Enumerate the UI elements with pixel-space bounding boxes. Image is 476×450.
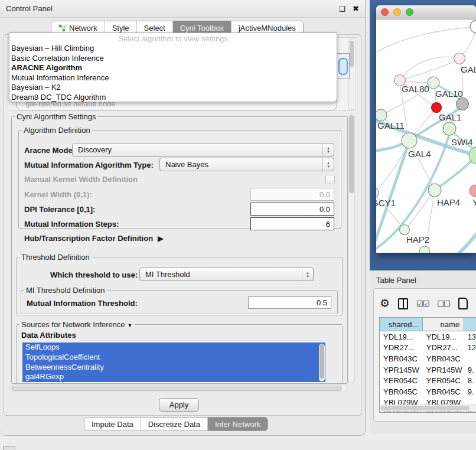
network-edge[interactable] — [400, 58, 459, 80]
node-label: HAP2 — [406, 234, 429, 244]
attribute-item[interactable]: gal4RGexp — [22, 372, 325, 382]
which-threshold-value: MI Threshold — [140, 270, 302, 279]
network-node[interactable] — [428, 77, 439, 89]
attribute-item[interactable]: TopologicalCoefficient — [22, 353, 325, 363]
node-label: GAL80 — [402, 84, 429, 94]
table-cell: YDR27... — [380, 343, 423, 354]
network-view-window[interactable]: GALGAL80GAL10GAL1GAL11GAL4SWI4HAP4YGCY1H… — [376, 5, 476, 253]
minimize-light[interactable] — [393, 8, 401, 16]
which-threshold-label: Which threshold to use: — [50, 270, 138, 279]
node-label: GAL10 — [435, 89, 463, 99]
dpi-tolerance-field[interactable]: 0.0 — [250, 203, 334, 216]
mi-steps-field[interactable]: 6 — [250, 217, 334, 230]
table-row[interactable]: YDR27...YDR27...12 — [380, 343, 476, 354]
network-edge[interactable] — [459, 226, 476, 253]
network-node[interactable] — [470, 20, 476, 33]
node-label: GAL11 — [377, 120, 405, 131]
close-window-icon[interactable]: ✖ — [353, 4, 359, 13]
table-row[interactable]: YER054CYER054C8. — [380, 375, 476, 386]
kernel-width-field: 0.0 — [250, 188, 334, 201]
table-horizontal-scrollbar[interactable] — [380, 405, 476, 412]
network-node[interactable] — [400, 225, 410, 235]
algorithm-option[interactable]: Basic Correlation Inference — [9, 54, 337, 64]
cyni-tab-discretize-data[interactable]: Discretize Data — [141, 418, 208, 431]
cyni-algorithm-settings-legend: Cyni Algorithm Settings — [15, 112, 97, 121]
network-edge[interactable] — [376, 27, 476, 53]
algorithm-option[interactable]: Mutual Information Inference — [9, 73, 337, 83]
cyni-bottom-tabbar: Impute DataDiscretize DataInfer Network — [84, 417, 268, 431]
sources-legend[interactable]: Sources for Network Inference▼ — [19, 320, 135, 329]
which-threshold-combo[interactable]: MI Threshold ▴▾ — [139, 268, 314, 281]
attribute-item[interactable]: SelfLoops — [22, 343, 325, 353]
aracne-mode-combo[interactable]: Discovery ▴▾ — [72, 143, 334, 156]
algorithm-option[interactable]: ARACNE Algorithm — [9, 63, 337, 73]
mi-algorithm-type-combo[interactable]: Naive Bayes ▴▾ — [159, 158, 334, 171]
combo-focus-ring — [338, 58, 348, 75]
table-row[interactable]: YDL19...YDL19...13 — [380, 331, 476, 343]
table-cell: 9. — [464, 386, 476, 397]
threshold-definition-legend: Threshold Definition — [19, 253, 92, 262]
tab-label: jActiveMNodules — [239, 24, 296, 32]
network-window-titlebar[interactable] — [376, 5, 476, 19]
network-node[interactable] — [376, 109, 387, 121]
combo-arrows-icon: ▴▾ — [322, 144, 334, 156]
algorithm-option[interactable]: Dream8 DC_TDC Algorithm — [9, 93, 337, 103]
mi-algorithm-type-label: Mutual Information Algorithm Type: — [24, 161, 154, 169]
cyni-tab-label: Discretize Data — [148, 420, 200, 429]
attributes-scrollbar[interactable] — [319, 344, 325, 381]
document-icon[interactable] — [458, 298, 468, 309]
network-node[interactable] — [402, 133, 417, 148]
column-header[interactable] — [464, 318, 476, 331]
zoom-light[interactable] — [406, 8, 413, 16]
network-node[interactable] — [428, 184, 441, 197]
table-row[interactable]: YBR043CYBR043C — [380, 353, 476, 364]
control-panel-title: Control Panel — [6, 4, 332, 13]
network-edge[interactable] — [409, 141, 435, 190]
table-row[interactable]: YBR045CYBR045C9. — [380, 386, 476, 397]
table-panel: Table Panel ⚙☑☑☐☐ shared...nameYDL19...Y… — [370, 270, 476, 433]
hub-definition-toggle[interactable]: Hub/Transcription Factor Definition ▶ — [24, 234, 163, 243]
kernel-width-value: 0.0 — [319, 190, 330, 199]
select-all-icon[interactable]: ☑☑ — [416, 299, 429, 308]
minimized-panel-icon[interactable] — [3, 446, 15, 450]
table-cell: YBR043C — [380, 353, 423, 364]
network-node[interactable] — [470, 185, 476, 197]
float-window-icon[interactable]: ❑ — [339, 5, 345, 13]
network-canvas[interactable]: GALGAL80GAL10GAL1GAL11GAL4SWI4HAP4YGCY1H… — [376, 20, 476, 253]
network-node[interactable] — [457, 98, 469, 110]
network-edge[interactable] — [405, 190, 435, 230]
network-node[interactable] — [376, 187, 379, 198]
mi-threshold-field[interactable]: 0.5 — [248, 296, 331, 309]
column-header[interactable]: shared... — [380, 318, 423, 331]
close-light[interactable] — [381, 8, 389, 16]
dpi-tolerance-value: 0.0 — [319, 205, 330, 214]
cyni-tab-infer-network[interactable]: Infer Network — [208, 418, 268, 431]
table-row[interactable]: YPR145WYPR145W9. — [380, 364, 476, 376]
deselect-all-icon[interactable]: ☐☐ — [437, 299, 449, 308]
manual-kernel-checkbox[interactable] — [325, 175, 335, 184]
attribute-item[interactable]: BetweennessCentrality — [22, 363, 325, 373]
network-node[interactable] — [443, 122, 456, 135]
algorithm-option[interactable]: Bayesian – K2 — [9, 83, 337, 93]
table-cell: YER054C — [380, 375, 423, 386]
gear-icon[interactable]: ⚙ — [380, 298, 390, 309]
column-header[interactable]: name — [423, 318, 464, 331]
cyni-tab-impute-data[interactable]: Impute Data — [84, 418, 141, 431]
node-label: GAL4 — [408, 149, 431, 159]
settings-horizontal-scrollbar[interactable] — [9, 384, 347, 392]
network-node[interactable] — [419, 246, 430, 253]
data-attributes-list[interactable]: SelfLoopsTopologicalCoefficientBetweenne… — [22, 343, 325, 383]
mi-steps-value: 6 — [326, 220, 330, 229]
table-cell: YBR045C — [380, 386, 423, 397]
columns-icon[interactable] — [398, 298, 408, 309]
apply-button[interactable]: Apply — [159, 398, 199, 412]
settings-vertical-scrollbar[interactable] — [348, 113, 355, 383]
network-node[interactable] — [454, 53, 465, 64]
dpi-tolerance-label: DPI Tolerance [0,1]: — [24, 205, 95, 214]
network-node[interactable] — [432, 103, 442, 113]
hub-definition-label: Hub/Transcription Factor Definition — [24, 234, 153, 243]
algorithm-option[interactable]: Bayesian – Hill Climbing — [9, 44, 337, 54]
table-cell: YDL19... — [380, 331, 423, 343]
network-icon — [58, 24, 66, 32]
network-edge[interactable] — [400, 57, 459, 80]
